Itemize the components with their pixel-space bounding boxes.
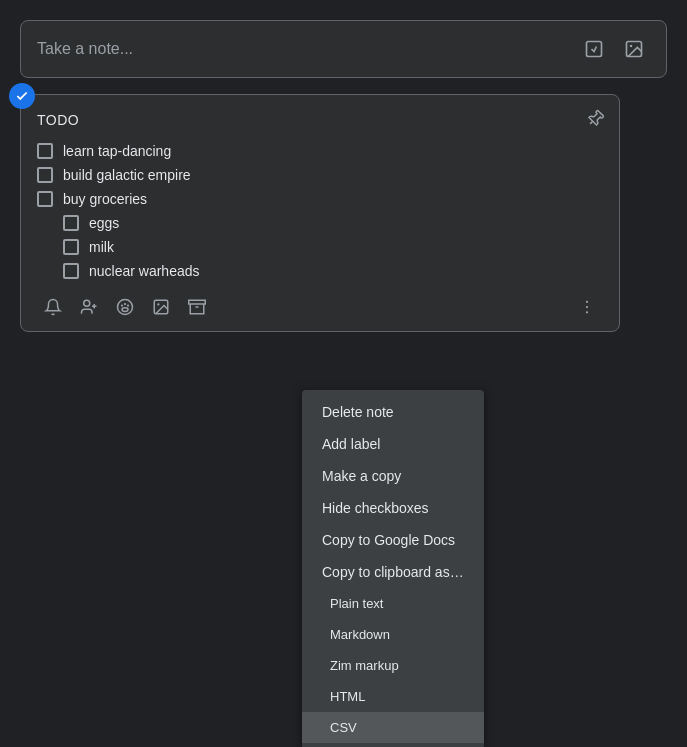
checklist: learn tap-dancing build galactic empire …	[37, 143, 603, 279]
checkbox-icon-button[interactable]	[578, 33, 610, 65]
item-text: milk	[89, 239, 114, 255]
color-palette-icon[interactable]	[109, 291, 141, 323]
note-header: TODO	[37, 109, 603, 131]
list-item: nuclear warheads	[63, 263, 603, 279]
svg-point-2	[630, 45, 633, 48]
app-container: Take a note...	[0, 0, 687, 352]
svg-point-10	[127, 304, 129, 306]
reminder-icon[interactable]	[37, 291, 69, 323]
take-note-bar: Take a note...	[20, 20, 667, 78]
checkbox-milk[interactable]	[63, 239, 79, 255]
image-add-icon[interactable]	[145, 291, 177, 323]
item-text: build galactic empire	[63, 167, 191, 183]
svg-point-4	[84, 300, 90, 306]
menu-item-plain-text[interactable]: Plain text	[302, 588, 484, 619]
list-item: buy groceries	[37, 191, 603, 207]
checkbox-eggs[interactable]	[63, 215, 79, 231]
list-item: milk	[63, 239, 603, 255]
list-item: build galactic empire	[37, 167, 603, 183]
menu-item-add-label[interactable]: Add label	[302, 428, 484, 460]
take-note-icons	[578, 33, 650, 65]
checkbox-build[interactable]	[37, 167, 53, 183]
menu-item-make-copy[interactable]: Make a copy	[302, 460, 484, 492]
svg-rect-0	[587, 42, 602, 57]
menu-item-markdown[interactable]: Markdown	[302, 619, 484, 650]
svg-point-15	[586, 301, 588, 303]
svg-point-9	[124, 303, 126, 305]
context-menu: Delete note Add label Make a copy Hide c…	[302, 390, 484, 747]
checkbox-groceries[interactable]	[37, 191, 53, 207]
checkbox-nuclear[interactable]	[63, 263, 79, 279]
svg-point-12	[157, 303, 159, 305]
item-text: eggs	[89, 215, 119, 231]
menu-item-zim-markup[interactable]: Zim markup	[302, 650, 484, 681]
menu-item-copy-to-clipboard[interactable]: Copy to clipboard as…	[302, 556, 484, 588]
svg-rect-13	[189, 300, 206, 304]
list-item: learn tap-dancing	[37, 143, 603, 159]
note-card: TODO learn tap-dancing build galactic em…	[20, 94, 620, 332]
archive-icon[interactable]	[181, 291, 213, 323]
menu-item-html[interactable]: HTML	[302, 681, 484, 712]
svg-point-16	[586, 306, 588, 308]
menu-item-delete-note[interactable]: Delete note	[302, 396, 484, 428]
collaborator-icon[interactable]	[73, 291, 105, 323]
note-selected-indicator	[9, 83, 35, 109]
menu-item-csv[interactable]: CSV	[302, 712, 484, 743]
item-text: learn tap-dancing	[63, 143, 171, 159]
take-note-placeholder[interactable]: Take a note...	[37, 40, 578, 58]
item-text: buy groceries	[63, 191, 147, 207]
item-text: nuclear warheads	[89, 263, 200, 279]
note-footer	[37, 287, 603, 323]
note-title: TODO	[37, 112, 79, 128]
checkbox-learn[interactable]	[37, 143, 53, 159]
more-options-icon[interactable]	[571, 291, 603, 323]
pin-icon[interactable]	[580, 106, 608, 134]
list-item: eggs	[63, 215, 603, 231]
menu-item-hide-checkboxes[interactable]: Hide checkboxes	[302, 492, 484, 524]
image-icon-button[interactable]	[618, 33, 650, 65]
svg-point-8	[121, 304, 123, 306]
menu-item-copy-to-docs[interactable]: Copy to Google Docs	[302, 524, 484, 556]
svg-point-17	[586, 311, 588, 313]
